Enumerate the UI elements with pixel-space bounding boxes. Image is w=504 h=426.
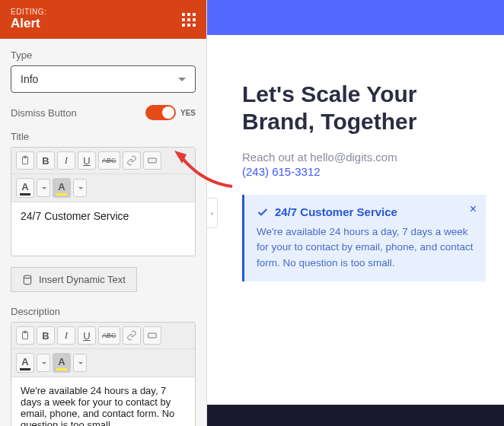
paste-button[interactable] [16,151,34,170]
italic-button[interactable]: I [57,326,75,345]
alert-title-text: 24/7 Customer Service [275,205,397,218]
preview-header-bar [207,0,504,35]
editing-label: EDITING: [11,8,46,16]
preview-heading: Let's Scale Your Brand, Together [242,81,486,135]
bg-color-button[interactable]: A [53,353,71,373]
title-content[interactable]: 24/7 Customer Service [11,202,195,256]
text-color-button[interactable]: A [16,178,34,198]
bg-color-caret[interactable] [73,354,87,372]
type-value: Info [21,73,38,85]
text-color-caret[interactable] [37,179,50,197]
strike-button[interactable]: ABC [98,151,120,170]
toggle-value: YES [180,109,196,117]
bold-button[interactable]: B [37,151,55,170]
alert-close-button[interactable]: × [470,202,477,216]
dismiss-label: Dismiss Button [11,107,77,119]
phone-link[interactable]: (243) 615-3312 [242,165,486,178]
title-editor: B I U ABC A A 24/7 Customer Service [11,147,196,256]
text-color-caret[interactable] [37,354,50,372]
italic-button[interactable]: I [57,151,75,170]
dismiss-toggle[interactable] [145,105,176,120]
title-toolbar-2: A A [11,174,195,202]
alert-preview: × 24/7 Customer Service We're available … [242,195,486,281]
sidebar-header: EDITING: Alert [0,0,206,39]
type-label: Type [11,49,196,61]
description-editor: B I U ABC A A We're available 24 hours a… [11,322,196,426]
block-title: Alert [11,16,46,31]
desc-toolbar: B I U ABC [11,323,195,349]
title-label: Title [11,131,196,142]
bg-color-button[interactable]: A [53,178,71,198]
check-icon [257,206,269,218]
type-select[interactable]: Info [11,65,196,93]
svg-point-5 [24,275,30,278]
bg-color-caret[interactable] [73,179,87,197]
alert-body: We're available 24 hours a day, 7 days a… [257,224,474,271]
underline-button[interactable]: U [78,326,96,345]
drag-handle-icon[interactable] [182,13,196,27]
keyboard-button[interactable] [143,151,161,170]
svg-rect-8 [148,333,156,338]
preview-pane: ‹ Let's Scale Your Brand, Together Reach… [207,0,504,426]
paste-button[interactable] [16,326,34,345]
database-icon [22,275,33,285]
chevron-down-icon [178,78,186,81]
reach-out-text: Reach out at hello@digits.com [242,151,486,164]
underline-button[interactable]: U [78,151,96,170]
link-button[interactable] [123,326,141,345]
desc-toolbar-2: A A [11,349,195,377]
description-content[interactable]: We're available 24 hours a day, 7 days a… [11,377,195,426]
editor-sidebar: EDITING: Alert Type Info Dismiss Button … [0,0,207,426]
strike-button[interactable]: ABC [98,326,120,345]
link-button[interactable] [123,151,141,170]
alert-title: 24/7 Customer Service [257,205,474,218]
title-toolbar: B I U ABC [11,148,195,174]
description-label: Description [11,306,196,317]
sidebar-body: Type Info Dismiss Button YES Title B I U… [0,39,206,426]
collapse-sidebar-button[interactable]: ‹ [207,198,218,228]
insert-dynamic-label: Insert Dynamic Text [39,274,126,285]
keyboard-button[interactable] [143,326,161,345]
svg-rect-2 [148,158,156,163]
dismiss-row: Dismiss Button YES [11,105,196,120]
text-color-button[interactable]: A [16,353,34,373]
insert-dynamic-button[interactable]: Insert Dynamic Text [11,267,137,292]
bold-button[interactable]: B [37,326,55,345]
preview-footer-bar [207,405,504,426]
